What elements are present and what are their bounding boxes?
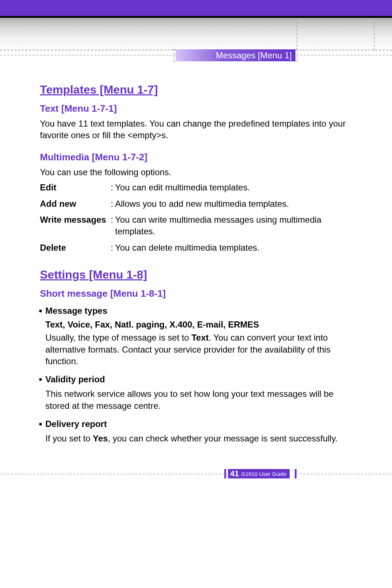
def-term: Write messages xyxy=(40,214,111,238)
dashed-line xyxy=(0,18,392,18)
def-desc: You can delete multimedia templates. xyxy=(115,242,352,254)
dashed-line xyxy=(374,18,375,50)
bullet-block: Message types Text, Voice, Fax, Natl. pa… xyxy=(40,306,352,367)
colon: : xyxy=(111,242,115,254)
dashed-line xyxy=(0,55,176,55)
multimedia-intro: You can use the following options. xyxy=(40,166,352,178)
dashed-line xyxy=(0,474,225,474)
footer-tab: 41 G1610 User Guide xyxy=(228,469,290,478)
bullet-block: Validity period This network service all… xyxy=(40,374,352,412)
text-body: You have 11 text templates. You can chan… xyxy=(40,118,352,141)
text-bold: Text xyxy=(191,333,209,342)
dashed-line xyxy=(297,18,297,50)
bullet-subtitle: Text, Voice, Fax, Natl. paging, X.400, E… xyxy=(45,320,352,330)
text-post: , you can check whether your message is … xyxy=(108,433,338,443)
bullet-block: Delivery report If you set to Yes, you c… xyxy=(40,419,352,444)
dashed-line xyxy=(296,474,392,474)
def-desc: Allows you to add new multimedia templat… xyxy=(115,198,352,210)
def-term: Add new xyxy=(40,198,111,210)
gradient-band xyxy=(0,18,392,50)
subheading-multimedia: Multimedia [Menu 1-7-2] xyxy=(40,152,352,163)
def-term: Delete xyxy=(40,242,111,254)
text-pre: Usually, the type of message is set to xyxy=(45,333,191,342)
guide-name: G1610 User Guide xyxy=(241,471,286,477)
def-row: Edit : You can edit multimedia templates… xyxy=(40,182,352,193)
heading-settings: Settings [Menu 1-8] xyxy=(40,268,352,281)
text-pre: If you set to xyxy=(45,433,93,443)
page-number: 41 xyxy=(230,469,239,478)
def-row: Add new : Allows you to add new multimed… xyxy=(40,198,352,210)
bullet-body: This network service allows you to set h… xyxy=(45,388,352,412)
bullet-title: Validity period xyxy=(45,374,352,385)
bullet-body: Usually, the type of message is set to T… xyxy=(45,332,352,367)
subheading-text: Text [Menu 1-7-1] xyxy=(40,103,352,114)
colon: : xyxy=(111,182,115,193)
heading-templates: Templates [Menu 1-7] xyxy=(40,83,352,96)
def-desc: You can edit multimedia templates. xyxy=(115,182,352,193)
definition-table: Edit : You can edit multimedia templates… xyxy=(40,182,352,254)
section-header-row: Messages [Menu 1] xyxy=(0,50,392,61)
def-desc: You can write multimedia messages using … xyxy=(115,214,352,238)
subheading-short-message: Short message [Menu 1-8-1] xyxy=(40,288,352,299)
bullet-title: Message types xyxy=(45,306,352,316)
text-bold: Yes xyxy=(93,433,108,443)
colon: : xyxy=(111,214,115,238)
def-row: Delete : You can delete multimedia templ… xyxy=(40,242,352,254)
def-row: Write messages : You can write multimedi… xyxy=(40,214,352,238)
dashed-line xyxy=(297,55,392,55)
bullet-title: Delivery report xyxy=(45,419,352,429)
def-term: Edit xyxy=(40,182,111,193)
bullet-body: If you set to Yes, you can check whether… xyxy=(45,433,352,444)
section-tab: Messages [Menu 1] xyxy=(176,49,295,61)
footer-bracket xyxy=(224,469,226,478)
footer-row: 41 G1610 User Guide xyxy=(0,469,392,478)
page-content: Templates [Menu 1-7] Text [Menu 1-7-1] Y… xyxy=(0,61,392,444)
colon: : xyxy=(111,198,115,210)
top-purple-bar xyxy=(0,0,392,16)
